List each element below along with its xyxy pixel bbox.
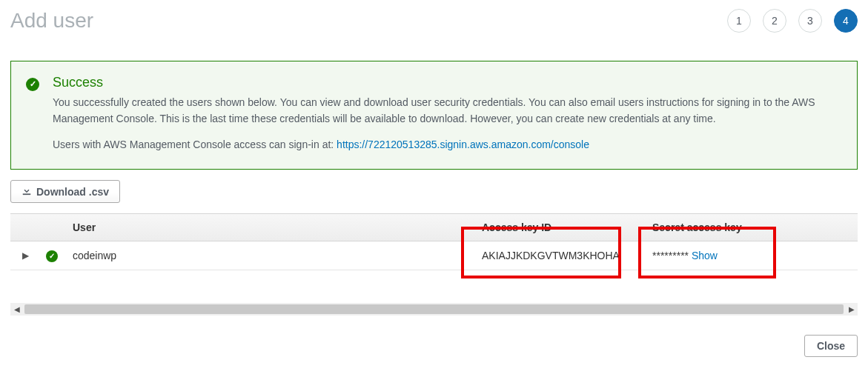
header-secret-key: Secret access key: [646, 214, 780, 241]
check-circle-icon: ✓: [26, 78, 39, 91]
alert-body: You successfully created the users shown…: [53, 95, 842, 127]
download-csv-button[interactable]: Download .csv: [10, 180, 120, 203]
step-1[interactable]: 1: [727, 9, 751, 33]
cell-secret-masked: *********: [652, 250, 689, 261]
step-2[interactable]: 2: [763, 9, 786, 33]
alert-title: Success: [53, 75, 842, 90]
download-csv-label: Download .csv: [36, 186, 109, 198]
show-secret-link[interactable]: Show: [692, 250, 718, 261]
check-circle-icon: ✓: [46, 250, 58, 262]
credentials-table: User Access key ID Secret access key ▶ ✓…: [10, 213, 858, 270]
header-user: User: [67, 214, 476, 241]
expand-row-toggle[interactable]: ▶: [10, 243, 40, 268]
success-alert: ✓ Success You successfully created the u…: [10, 61, 858, 170]
cell-user: codeinwp: [67, 242, 476, 269]
step-3[interactable]: 3: [798, 9, 822, 33]
close-button[interactable]: Close: [804, 335, 858, 357]
page-title: Add user: [10, 9, 93, 33]
signin-link[interactable]: https://722120513285.signin.aws.amazon.c…: [337, 139, 589, 150]
table-row: ▶ ✓ codeinwp AKIAJJKDKGVTWM3KHOHA ******…: [10, 241, 858, 270]
scroll-track[interactable]: [24, 304, 844, 314]
scroll-right-icon[interactable]: ▶: [845, 303, 858, 316]
header-access-key: Access key ID: [476, 214, 646, 241]
horizontal-scrollbar[interactable]: ◀ ▶: [10, 303, 858, 316]
cell-access-key: AKIAJJKDKGVTWM3KHOHA: [476, 242, 646, 269]
scroll-left-icon[interactable]: ◀: [10, 303, 23, 316]
wizard-steps: 1 2 3 4: [727, 9, 858, 33]
alert-signin-prefix: Users with AWS Management Console access…: [53, 139, 337, 150]
download-icon: [21, 185, 32, 198]
table-header: User Access key ID Secret access key: [10, 213, 858, 241]
step-4[interactable]: 4: [834, 9, 858, 33]
alert-signin: Users with AWS Management Console access…: [53, 137, 842, 153]
